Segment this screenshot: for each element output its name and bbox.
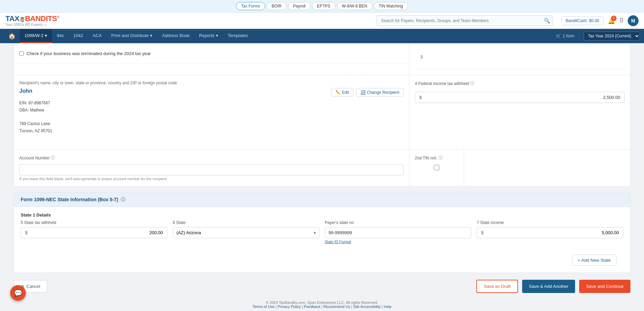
nav-label-1099-w2: 1099/W-2 bbox=[24, 33, 43, 38]
nav-label-aca: ACA bbox=[93, 33, 102, 38]
recipient-box4-section: Recipient's name, city or town, state or… bbox=[14, 75, 630, 150]
state-info-icon[interactable]: ⓘ bbox=[121, 196, 125, 203]
home-button[interactable]: 🏠 bbox=[4, 29, 20, 43]
nav-label-address: Address Book bbox=[162, 33, 189, 38]
second-nav-right: 🛒 1 form | Tax Year 2024 (Current) bbox=[556, 32, 640, 40]
box4-value-display: $ 2,500.00 bbox=[415, 92, 625, 103]
box7-label: 7 State income bbox=[477, 220, 623, 225]
federal-income-value: 2,500.00 bbox=[603, 95, 620, 100]
payer-state-input[interactable] bbox=[325, 227, 472, 238]
logo-sub: Your 1099 & W2 Experts — bbox=[5, 23, 59, 27]
search-input[interactable] bbox=[376, 15, 553, 26]
nav-item-print-distribute[interactable]: Print and Distribute ▾ bbox=[107, 29, 158, 43]
notification-badge: 0 bbox=[611, 16, 617, 21]
nav-item-94x[interactable]: 94x bbox=[52, 29, 69, 43]
save-draft-button[interactable]: Save as Draft bbox=[476, 280, 518, 293]
box5-value-display[interactable]: $ bbox=[21, 227, 167, 238]
chat-bubble[interactable]: 💬 bbox=[10, 285, 26, 301]
terminated-row: Check if your business was terminated du… bbox=[14, 44, 409, 64]
recipient-section-label: Recipient's name, city or town, state or… bbox=[19, 81, 404, 85]
grid-button[interactable]: ⠿ bbox=[619, 17, 624, 24]
footer-terms[interactable]: Terms of Use bbox=[253, 305, 275, 309]
nav-item-templates[interactable]: Templates bbox=[223, 29, 253, 43]
box4-info-icon[interactable]: ⓘ bbox=[470, 81, 474, 86]
top-nav-eftps[interactable]: EFTPS bbox=[312, 2, 335, 10]
change-icon: 🔄 bbox=[361, 90, 366, 95]
cart-label: 1 form bbox=[563, 34, 574, 38]
footer-privacy[interactable]: Privacy Policy bbox=[278, 305, 301, 309]
nav-item-address-book[interactable]: Address Book bbox=[157, 29, 194, 43]
top-nav-tax-forms[interactable]: Tax Forms bbox=[236, 2, 265, 10]
recipient-city-state: Tucson, AZ 85701 bbox=[19, 127, 404, 134]
footer-accessibility[interactable]: Site Accessibility bbox=[353, 305, 381, 309]
state1-fields: 5 State tax withheld $ 6 State (AZ) Ariz… bbox=[14, 220, 630, 244]
nav-item-1042[interactable]: 1042 bbox=[69, 29, 88, 43]
box5-field: 5 State tax withheld $ bbox=[21, 220, 167, 244]
nav-dropdown-print: ▾ bbox=[150, 33, 152, 38]
header: TAX🦉BANDITS® Your 1099 & W2 Experts — 🔍 … bbox=[0, 13, 644, 29]
nav-item-aca[interactable]: ACA bbox=[88, 29, 107, 43]
box7-value-display[interactable]: $ bbox=[477, 227, 623, 238]
box6-field: 6 State (AZ) Arizona California Texas ▾ bbox=[173, 220, 319, 244]
bandit-cash-button[interactable]: BanditCash: $0.00 bbox=[561, 16, 604, 25]
recipient-dba: DBA: Mathew bbox=[19, 107, 404, 114]
box5-input[interactable] bbox=[27, 230, 163, 235]
recipient-left-panel: Recipient's name, city or town, state or… bbox=[14, 75, 409, 149]
top-nav-payroll[interactable]: Payroll bbox=[288, 2, 311, 10]
box3-area: 3 bbox=[409, 44, 630, 75]
footer-feedback[interactable]: Feedback bbox=[304, 305, 320, 309]
right-empty-tin bbox=[464, 150, 630, 186]
nav-item-1099-w2[interactable]: 1099/W-2 ▾ bbox=[20, 29, 52, 43]
logo[interactable]: TAX🦉BANDITS® Your 1099 & W2 Experts — bbox=[5, 15, 59, 27]
notification-button[interactable]: 🔔 0 bbox=[608, 17, 615, 24]
top-nav-tin-matching[interactable]: TIN Matching bbox=[374, 2, 408, 10]
footer-recommend[interactable]: Recommend Us bbox=[323, 305, 350, 309]
nav-item-reports[interactable]: Reports ▾ bbox=[194, 29, 223, 43]
edit-button[interactable]: ✏️ Edit bbox=[331, 88, 353, 97]
dollar-sym-7: $ bbox=[481, 230, 483, 235]
state1-title: State 1 Details bbox=[14, 207, 630, 220]
tin-label: 2nd TIN not. ⓘ bbox=[415, 155, 458, 161]
account-number-label: Account Number ⓘ bbox=[19, 155, 404, 161]
box5-label: 5 State tax withheld bbox=[21, 220, 167, 225]
search-button[interactable]: 🔍 bbox=[544, 18, 550, 24]
state-id-format-link[interactable]: State ID Format bbox=[325, 240, 472, 244]
footer-help[interactable]: Help bbox=[384, 305, 392, 309]
account-info-icon[interactable]: ⓘ bbox=[51, 155, 55, 161]
top-nav-w9-w8ben[interactable]: W-9/W-8 BEN bbox=[337, 2, 372, 10]
save-continue-button[interactable]: Save and Continue bbox=[579, 280, 630, 293]
state-section-header: Form 1099-NEC State Information (Box 5-7… bbox=[14, 192, 630, 207]
box6-label: 6 State bbox=[173, 220, 319, 225]
account-left: Account Number ⓘ If you leave this field… bbox=[14, 150, 409, 186]
add-state-label: + Add New State bbox=[578, 258, 611, 263]
top-nav-boir[interactable]: BOIR bbox=[266, 2, 287, 10]
page-footer: © 2024 TaxBandits.com, Span Enterprises … bbox=[14, 296, 630, 311]
nav-label-94x: 94x bbox=[57, 33, 64, 38]
state-select[interactable]: (AZ) Arizona California Texas bbox=[173, 227, 310, 238]
add-state-button[interactable]: + Add New State bbox=[572, 255, 617, 266]
tin-checkbox[interactable] bbox=[434, 165, 439, 170]
top-nav-bar: Tax Forms BOIR Payroll EFTPS W-9/W-8 BEN… bbox=[0, 0, 644, 13]
cart-area[interactable]: 🛒 1 form bbox=[556, 34, 574, 38]
logo-brand: TAX🦉BANDITS® bbox=[5, 15, 59, 23]
cancel-label: Cancel bbox=[26, 284, 40, 289]
change-recipient-button[interactable]: 🔄 Change Recipient bbox=[356, 88, 404, 97]
account-number-input[interactable] bbox=[19, 164, 404, 175]
select-arrow-icon: ▾ bbox=[310, 230, 319, 235]
logo-bandits: BANDITS bbox=[25, 14, 57, 23]
box4-empty-area bbox=[415, 103, 625, 144]
terminated-section: Check if your business was terminated du… bbox=[14, 43, 630, 75]
footer-copyright: © 2024 TaxBandits.com, Span Enterprises … bbox=[14, 300, 630, 305]
save-add-another-button[interactable]: Save & Add Another bbox=[522, 280, 575, 293]
terminated-checkbox[interactable] bbox=[19, 51, 24, 56]
box7-input[interactable] bbox=[483, 230, 619, 235]
bandit-cash-label: BanditCash: $0.00 bbox=[566, 18, 599, 23]
change-recipient-label: Change Recipient bbox=[367, 90, 399, 95]
recipient-name-row: John ✏️ Edit 🔄 Change Recipient bbox=[19, 88, 404, 97]
terminated-left: Check if your business was terminated du… bbox=[14, 44, 409, 75]
tax-year-select[interactable]: Tax Year 2024 (Current) bbox=[584, 32, 640, 40]
state-section: Form 1099-NEC State Information (Box 5-7… bbox=[14, 192, 630, 273]
second-nav: 🏠 1099/W-2 ▾ 94x 1042 ACA Print and Dist… bbox=[0, 29, 644, 43]
tin-info-icon[interactable]: ⓘ bbox=[439, 155, 443, 161]
user-avatar[interactable]: M bbox=[628, 15, 639, 26]
